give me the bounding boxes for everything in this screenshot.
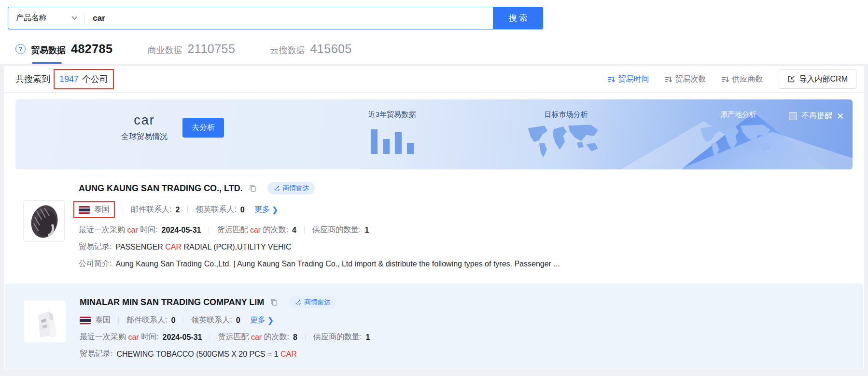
company-country: 泰国 (94, 205, 110, 215)
building-image (29, 305, 60, 338)
divider (118, 317, 119, 324)
badge-label: 商情雷达 (283, 184, 309, 193)
sort-trade-count[interactable]: 贸易次数 (665, 74, 706, 84)
company-list-item: MINALAR MIN SAN TRADING COMPANY LIM 商情雷达… (5, 283, 863, 369)
business-radar-badge[interactable]: 商情雷达 (267, 182, 315, 195)
annotation-box-country: 泰国 (73, 201, 115, 218)
results-suffix: 个公司 (82, 73, 108, 85)
tab-count: 2110755 (187, 42, 235, 56)
divider (210, 334, 210, 341)
purchase-prefix: 最近一次采购 (79, 225, 125, 235)
freight-suffix: 的次数: (264, 332, 289, 342)
divider (187, 206, 188, 213)
business-radar-badge[interactable]: 商情雷达 (289, 296, 336, 308)
linkedin-contacts-label: 领英联系人: (196, 205, 236, 215)
divider (305, 334, 306, 341)
record-before: PASSENGER (115, 243, 165, 251)
divider (209, 226, 209, 234)
company-thumbnail[interactable] (24, 301, 66, 342)
company-thumbnail[interactable] (23, 200, 65, 242)
sort-label: 贸易次数 (675, 74, 706, 84)
record-before: CHEWING TOBACCO (500GMS X 20 PCS = 1 (116, 350, 280, 358)
divider (304, 226, 305, 234)
keyword-highlight: car (128, 333, 139, 342)
banner-subtitle: 全球贸易情况 (118, 132, 171, 142)
company-name[interactable]: AUNG KAUNG SAN TRADING CO., LTD. (79, 183, 243, 194)
search-box: 产品名称 (8, 7, 493, 29)
tab-count: 415605 (310, 42, 351, 56)
tab-cloud-data[interactable]: 云搜数据 415605 (270, 42, 351, 56)
linkedin-contacts-count: 0 (236, 316, 240, 325)
copy-icon[interactable] (249, 184, 257, 193)
analyze-button[interactable]: 去分析 (182, 118, 224, 138)
search-category-label: 产品名称 (16, 13, 47, 23)
import-icon (787, 75, 795, 83)
keyword-highlight: car (127, 226, 138, 235)
supplier-label: 供应商的数量: (312, 225, 361, 235)
trade-bars-chart-icon (349, 126, 435, 154)
help-icon[interactable]: ? (15, 44, 26, 54)
more-link[interactable]: 更多 ❯ (254, 205, 278, 215)
results-count: 1947 (59, 74, 79, 84)
feature-label: 原产地分析 (694, 110, 783, 119)
chevron-right-icon: ❯ (272, 205, 278, 214)
banner-feature-origin: 原产地分析 (694, 110, 783, 161)
sort-controls: 贸易时间 贸易次数 供应商数 导入内部CRM (608, 70, 856, 89)
sort-trade-time[interactable]: 贸易时间 (608, 74, 649, 84)
sort-label: 供应商数 (732, 74, 763, 84)
keyword-highlight: car (251, 333, 262, 342)
linkedin-contacts-label: 领英联系人: (191, 315, 232, 325)
search-input[interactable] (85, 14, 493, 23)
sort-icon (608, 76, 615, 83)
results-card: 共搜索到 1947 个公司 贸易时间 贸易次数 (4, 66, 864, 369)
header-divider (4, 92, 864, 93)
feature-label: 目标市场分析 (521, 110, 611, 119)
search-button[interactable]: 搜 索 (493, 7, 543, 29)
banner-feature-trade-chart: 近3年贸易数据 (349, 110, 435, 154)
tab-business-data[interactable]: 商业数据 2110755 (147, 42, 235, 56)
world-map-icon (521, 123, 608, 161)
world-map-icon (694, 123, 781, 161)
trade-record-text: PASSENGER CAR RADIAL (PCR),UTILITY VEHIC (115, 243, 291, 251)
tire-image (27, 203, 61, 239)
keyword-highlight: CAR (280, 350, 297, 358)
results-prefix: 共搜索到 (15, 73, 50, 85)
email-contacts-count: 2 (175, 206, 180, 214)
tab-label: 商业数据 (147, 44, 182, 56)
freight-suffix: 的次数: (263, 225, 288, 235)
record-after: RADIAL (PCR),UTILITY VEHIC (182, 243, 292, 251)
company-list-item: AUNG KAUNG SAN TRADING CO., LTD. 商情雷达 泰国… (4, 169, 864, 277)
trade-record-label: 贸易记录: (79, 242, 112, 252)
more-link[interactable]: 更多 ❯ (250, 315, 274, 325)
analysis-banner: car 全球贸易情况 去分析 近3年贸易数据 目标市场分析 (15, 99, 853, 169)
company-intro-label: 公司简介: (79, 259, 112, 269)
tab-label: 贸易数据 (31, 44, 66, 56)
import-crm-button[interactable]: 导入内部CRM (779, 70, 856, 89)
tab-label: 云搜数据 (270, 44, 305, 56)
dismiss-label[interactable]: 不再提醒 (801, 111, 832, 121)
tab-trade-data[interactable]: 贸易数据 482785 (31, 42, 112, 56)
sort-icon (665, 76, 672, 83)
copy-icon[interactable] (270, 298, 278, 306)
freight-prefix: 货运匹配 (218, 332, 249, 342)
banner-keyword: car (118, 113, 171, 128)
purchase-suffix: 时间: (140, 225, 157, 235)
close-icon[interactable]: ✕ (837, 112, 844, 121)
annotation-box-count: 1947 个公司 (54, 69, 114, 89)
more-label: 更多 (254, 205, 270, 215)
company-name[interactable]: MINALAR MIN SAN TRADING COMPANY LIM (80, 297, 264, 307)
chevron-down-icon (71, 16, 78, 20)
trade-record-text: CHEWING TOBACCO (500GMS X 20 PCS = 1 CAR (116, 350, 296, 359)
email-contacts-label: 邮件联系人: (126, 315, 167, 325)
company-country: 泰国 (95, 315, 111, 325)
search-category-select[interactable]: 产品名称 (8, 13, 84, 23)
sort-supplier-count[interactable]: 供应商数 (722, 74, 763, 84)
dismiss-checkbox[interactable] (789, 112, 797, 120)
data-tabs: ? 贸易数据 482785 商业数据 2110755 云搜数据 415605 (15, 42, 868, 64)
feature-label: 近3年贸易数据 (349, 110, 435, 119)
badge-label: 商情雷达 (304, 298, 330, 306)
chevron-right-icon: ❯ (267, 316, 274, 325)
company-intro-text: Aung Kaung San Trading Co.,Ltd. | Aung K… (115, 260, 560, 268)
banner-feature-target-market: 目标市场分析 (521, 110, 611, 161)
supplier-count: 1 (365, 333, 370, 342)
